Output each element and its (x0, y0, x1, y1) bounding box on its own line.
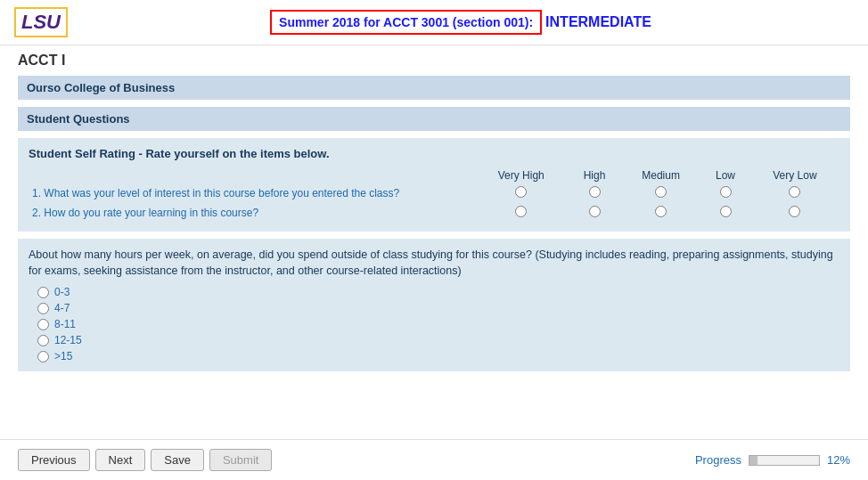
question-1: 1. What was your level of interest in th… (29, 183, 475, 203)
col-very-high: Very High (475, 167, 569, 183)
table-row: 2. How do you rate your learning in this… (29, 203, 839, 223)
college-section-header: Ourso College of Business (18, 76, 850, 100)
rating-block: Student Self Rating - Rate yourself on t… (18, 138, 850, 232)
radio-4-7[interactable] (37, 303, 49, 314)
hours-label-0-3: 0-3 (54, 286, 70, 298)
col-high: High (568, 167, 621, 183)
col-very-low: Very Low (750, 167, 839, 183)
progress-bar-fill (749, 456, 757, 465)
hours-option-4-7[interactable]: 4-7 (37, 302, 839, 314)
hours-label-gt15: >15 (54, 350, 72, 362)
hours-option-gt15[interactable]: >15 (37, 350, 839, 362)
submit-button[interactable]: Submit (209, 449, 272, 471)
radio-q1-high[interactable] (568, 183, 621, 203)
footer: Previous Next Save Submit Progress 12% (0, 439, 868, 480)
footer-buttons: Previous Next Save Submit (18, 449, 272, 471)
radio-q2-low[interactable] (700, 203, 750, 223)
col-low: Low (700, 167, 750, 183)
rating-table: Very High High Medium Low Very Low 1. Wh… (29, 167, 839, 223)
main-content: Ourso College of Business Student Questi… (0, 72, 868, 371)
previous-button[interactable]: Previous (18, 449, 90, 471)
radio-q2-very-low[interactable] (750, 203, 839, 223)
lsu-logo-text: LSU (21, 11, 61, 34)
rating-title: Student Self Rating - Rate yourself on t… (29, 147, 839, 160)
table-row: 1. What was your level of interest in th… (29, 183, 839, 203)
hours-option-8-11[interactable]: 8-11 (37, 318, 839, 330)
progress-area: Progress 12% (695, 453, 850, 467)
radio-q1-very-high[interactable] (475, 183, 569, 203)
acct-label-area: ACCT I (0, 45, 868, 72)
progress-bar (749, 455, 820, 466)
question-2: 2. How do you rate your learning in this… (29, 203, 475, 223)
save-button[interactable]: Save (151, 449, 204, 471)
radio-q2-medium[interactable] (621, 203, 700, 223)
hours-label-4-7: 4-7 (54, 302, 70, 314)
course-level: INTERMEDIATE (545, 14, 651, 30)
radio-12-15[interactable] (37, 335, 49, 346)
acct-label: ACCT I (18, 53, 65, 68)
page-header: LSU Summer 2018 for ACCT 3001 (section 0… (0, 0, 868, 45)
col-medium: Medium (621, 167, 700, 183)
lsu-logo: LSU (14, 7, 68, 37)
radio-gt15[interactable] (37, 351, 49, 362)
radio-q2-very-high[interactable] (475, 203, 569, 223)
radio-q1-medium[interactable] (621, 183, 700, 203)
hours-option-0-3[interactable]: 0-3 (37, 286, 839, 298)
empty-col-header (29, 167, 475, 183)
radio-8-11[interactable] (37, 319, 49, 330)
hours-question: About how many hours per week, on averag… (29, 248, 839, 279)
hours-label-8-11: 8-11 (54, 318, 76, 330)
hours-options: 0-3 4-7 8-11 12-15 >15 (29, 286, 839, 362)
progress-label: Progress (695, 453, 741, 467)
radio-q1-low[interactable] (700, 183, 750, 203)
progress-percent: 12% (827, 453, 850, 467)
course-title-highlighted: Summer 2018 for ACCT 3001 (section 001): (270, 10, 542, 35)
hours-label-12-15: 12-15 (54, 334, 82, 346)
next-button[interactable]: Next (95, 449, 146, 471)
radio-q2-high[interactable] (568, 203, 621, 223)
hours-block: About how many hours per week, on averag… (18, 239, 850, 371)
radio-q1-very-low[interactable] (750, 183, 839, 203)
hours-option-12-15[interactable]: 12-15 (37, 334, 839, 346)
course-title-area: Summer 2018 for ACCT 3001 (section 001):… (68, 10, 854, 35)
student-questions-header: Student Questions (18, 107, 850, 131)
radio-0-3[interactable] (37, 287, 49, 298)
